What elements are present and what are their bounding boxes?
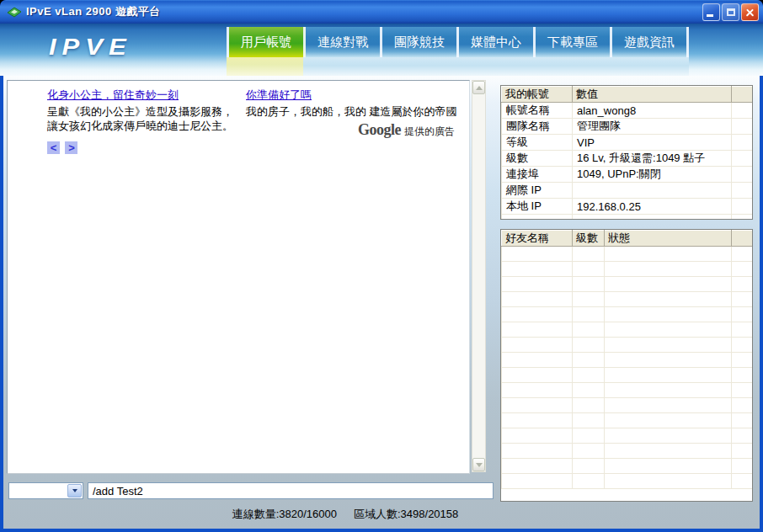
ads-next-button[interactable]: > (65, 141, 77, 154)
chevron-down-icon (72, 489, 77, 492)
ad-block-1: 化身小公主，留住奇妙一刻 呈獻《我的小公主》造型及攝影服務， 讓女孩幻化成家傳戶… (47, 87, 243, 155)
client-area: 化身小公主，留住奇妙一刻 呈獻《我的小公主》造型及攝影服務， 讓女孩幻化成家傳戶… (3, 76, 760, 529)
app-window: IPvE vLan 2900 遊戲平台 IPVE 用戶帳號 連線對戰 團隊競技 … (0, 0, 763, 532)
table-row (502, 338, 753, 353)
google-logo: Google (358, 121, 401, 138)
table-row: 級數16 Lv, 升級還需:1049 點子 (502, 151, 753, 167)
minimize-button[interactable] (702, 3, 720, 21)
ad-panel-scrollbar[interactable] (472, 80, 486, 472)
tab-label: 下載專區 (547, 35, 598, 51)
table-row: 等級VIP (502, 135, 753, 151)
close-button[interactable] (741, 3, 759, 21)
title-bar[interactable]: IPvE vLan 2900 遊戲平台 (0, 0, 763, 24)
column-header-status[interactable]: 狀態 (605, 231, 732, 247)
window-controls (702, 3, 759, 21)
tab-label: 媒體中心 (471, 35, 521, 51)
table-row: 連接埠1049, UPnP:關閉 (502, 167, 753, 183)
banner: IPVE 用戶帳號 連線對戰 團隊競技 媒體中心 下載專區 遊戲資訊 (0, 24, 763, 76)
ad-block-2: 你準備好了嗎 我的房子，我的船，我的 建造屬於你的帝國 (246, 87, 458, 120)
table-row (502, 292, 753, 307)
command-combobox[interactable] (8, 482, 83, 499)
table-row (502, 398, 753, 413)
column-header-value[interactable]: 數值 (573, 87, 732, 103)
column-header-friend-name[interactable]: 好友名稱 (502, 231, 573, 247)
table-row (502, 428, 753, 444)
ads-prev-button[interactable]: < (47, 141, 60, 154)
table-row (502, 383, 753, 398)
table-row: 本地 IP192.168.0.25 (502, 199, 753, 215)
account-table: 我的帳號 數值 帳號名稱alan_wong8 團隊名稱管理團隊 等級VIP 級數… (500, 85, 753, 220)
table-row (502, 474, 753, 489)
connection-count: 連線數量:3820/16000 (232, 507, 337, 522)
tab-game-info[interactable]: 遊戲資訊 (612, 27, 689, 57)
arrow-up-icon (476, 86, 483, 90)
table-row: 團隊名稱管理團隊 (502, 119, 753, 135)
ad-panel: 化身小公主，留住奇妙一刻 呈獻《我的小公主》造型及攝影服務， 讓女孩幻化成家傳戶… (7, 80, 470, 474)
table-row (502, 413, 753, 428)
scroll-down-button[interactable] (472, 458, 485, 471)
table-row (502, 368, 753, 383)
minimize-icon (707, 14, 713, 17)
account-table-header: 我的帳號 數值 (502, 87, 753, 103)
ad-link-1[interactable]: 化身小公主，留住奇妙一刻 (47, 88, 179, 103)
tab-team-competition[interactable]: 團隊競技 (382, 27, 459, 57)
local-user-count: 區域人數:3498/20158 (354, 507, 458, 522)
ad-body-2: 我的房子，我的船，我的 建造屬於你的帝國 (246, 105, 458, 120)
table-row (502, 215, 753, 221)
arrow-down-icon (476, 463, 483, 467)
ad-link-2[interactable]: 你準備好了嗎 (246, 88, 312, 103)
column-header-spacer[interactable] (732, 87, 753, 103)
maximize-button[interactable] (722, 3, 739, 21)
combo-dropdown-button[interactable] (67, 484, 82, 497)
status-bar: 連線數量:3820/16000 區域人數:3498/20158 (3, 499, 687, 529)
friends-table-header: 好友名稱 級數 狀態 (502, 231, 753, 247)
maximize-icon (727, 8, 735, 16)
tab-label: 用戶帳號 (241, 35, 291, 51)
tab-label: 連線對戰 (317, 35, 368, 51)
table-row (502, 262, 753, 277)
table-row (502, 277, 753, 292)
friends-table: 好友名稱 級數 狀態 (500, 229, 753, 502)
column-header-account[interactable]: 我的帳號 (502, 87, 573, 103)
ad-body-1: 呈獻《我的小公主》造型及攝影服務， 讓女孩幻化成家傳戶曉的迪士尼公主。 (47, 105, 243, 133)
table-row (502, 247, 753, 262)
attribution-label: 提供的廣告 (404, 125, 455, 137)
scroll-up-button[interactable] (472, 81, 485, 94)
ad-pager: < > (47, 140, 243, 155)
table-row (502, 459, 753, 474)
table-row: 帳號名稱alan_wong8 (502, 103, 753, 119)
column-header-spacer[interactable] (732, 231, 753, 247)
column-header-level[interactable]: 級數 (573, 231, 605, 247)
nav-tabs: 用戶帳號 連線對戰 團隊競技 媒體中心 下載專區 遊戲資訊 (227, 27, 689, 57)
tab-user-account[interactable]: 用戶帳號 (229, 27, 306, 57)
table-row (502, 307, 753, 322)
table-row (502, 353, 753, 368)
google-ads-attribution[interactable]: Google提供的廣告 (358, 121, 455, 139)
tab-online-battle[interactable]: 連線對戰 (306, 27, 382, 57)
tab-label: 團隊競技 (394, 35, 445, 51)
tab-label: 遊戲資訊 (624, 35, 675, 51)
app-icon (7, 6, 22, 19)
tab-media-center[interactable]: 媒體中心 (459, 27, 536, 57)
command-input[interactable] (88, 482, 494, 499)
brand-logo: IPVE (49, 34, 132, 61)
table-row (502, 322, 753, 338)
table-row (502, 444, 753, 459)
table-row: 網際 IP (502, 183, 753, 199)
tab-download-zone[interactable]: 下載專區 (536, 27, 612, 57)
window-title: IPvE vLan 2900 遊戲平台 (26, 4, 161, 19)
